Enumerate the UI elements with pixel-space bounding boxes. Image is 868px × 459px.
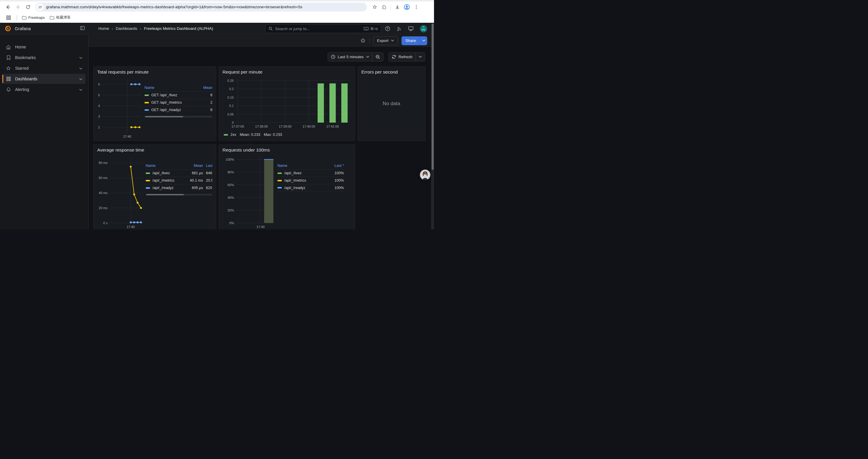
forward-button[interactable] (14, 3, 22, 11)
chevron-down-icon[interactable] (79, 66, 83, 71)
grafana-logo[interactable] (4, 25, 11, 32)
breadcrumb-home[interactable]: Home (98, 26, 109, 31)
user-avatar[interactable] (420, 25, 427, 32)
header-icons (385, 23, 427, 35)
reload-button[interactable] (24, 3, 32, 11)
svg-text:17:40: 17:40 (127, 225, 135, 229)
scrollbar-thumb[interactable] (145, 116, 183, 117)
search-input[interactable]: Search or jump to... ⌘+k (265, 24, 381, 33)
series-mean: 661 µs (185, 171, 203, 175)
share-button[interactable]: Share (402, 36, 420, 45)
sidebar-item-dashboards[interactable]: Dashboards (2, 74, 85, 84)
bookmark-star-icon[interactable] (371, 3, 378, 11)
refresh-button[interactable]: Refresh (389, 53, 415, 61)
column-header-last[interactable]: Last * (331, 164, 344, 168)
column-header-mean[interactable]: Mean (185, 164, 203, 168)
legend-row[interactable]: GET /api/_/livez 6 (145, 91, 212, 99)
legend-row[interactable]: /api/_/metrics 40.1 ms 20.5 ms (146, 177, 212, 184)
series-pill (145, 95, 149, 96)
sidebar-item-alerting[interactable]: Alerting (2, 85, 85, 95)
shortcut-text: ⌘+k (370, 27, 378, 31)
refresh-interval-dropdown[interactable] (415, 53, 425, 61)
chevron-down-icon[interactable] (79, 87, 83, 92)
scrollbar-thumb[interactable] (146, 194, 184, 195)
url-text[interactable]: grafana.mathmast.com/d/deytv4rwavabkb/fr… (46, 5, 303, 9)
time-range-label: Last 5 minutes (338, 55, 364, 59)
panel-title[interactable]: Errors per second (361, 69, 422, 75)
chevron-down-icon[interactable] (79, 76, 83, 81)
floating-assistant-avatar[interactable] (420, 169, 430, 180)
panel-total-requests[interactable]: Total requests per minute 6543217:40 Nam… (93, 66, 216, 141)
back-button[interactable] (4, 3, 12, 11)
sidebar-item-starred[interactable]: Starred (2, 63, 85, 73)
chevron-down-icon (422, 40, 426, 42)
legend-hscrollbar[interactable] (146, 194, 212, 196)
favorite-star-icon[interactable] (360, 38, 366, 43)
time-range-picker[interactable]: Last 5 minutes (328, 53, 372, 61)
legend-row[interactable]: GET /api/_/readyz 6 (145, 106, 212, 113)
profile-icon[interactable] (403, 3, 411, 11)
panel-requests-under-100ms[interactable]: Requests under 100ms 100%80%60%40%20%0%1… (219, 144, 355, 230)
breadcrumb-dashboards[interactable]: Dashboards (116, 26, 137, 31)
legend-hscrollbar[interactable] (145, 116, 212, 118)
sidebar-item-label: Home (15, 44, 26, 49)
chevron-down-icon (391, 40, 394, 42)
legend-row[interactable]: GET /api/_/metrics 2 (145, 99, 212, 106)
apps-grid-icon[interactable] (5, 14, 12, 22)
panel-title[interactable]: Requests under 100ms (222, 147, 351, 153)
kiosk-monitor-icon[interactable] (408, 26, 414, 31)
news-rss-icon[interactable] (397, 26, 402, 31)
bookmarks-divider (17, 15, 17, 21)
legend-table: Name Last * /api/_/livez 100% /api/_/met… (277, 162, 344, 230)
legend-row[interactable]: /api/_/livez 100% (277, 169, 344, 177)
series-name: /api/_/readyz (284, 186, 306, 190)
keyboard-icon (364, 27, 369, 30)
page-scrollbar[interactable] (431, 23, 434, 230)
panel-average-response-time[interactable]: Average response time 80 ms60 ms40 ms20 … (93, 144, 216, 230)
legend-row[interactable]: /api/_/readyz 100% (277, 184, 344, 191)
sidebar-item-label: Starred (15, 66, 29, 71)
bookmark-item-freeleaps[interactable]: Freeleaps (20, 14, 47, 21)
bookmark-item-blog[interactable]: 收藏博客 (47, 14, 73, 21)
sidebar-item-bookmarks[interactable]: Bookmarks (2, 53, 85, 63)
scrollbar-thumb[interactable] (432, 24, 434, 170)
requests-per-minute-chart: 00.050.10.150.20.2517:37:0017:38:0017:39… (222, 79, 350, 130)
refresh-group: Refresh (389, 52, 425, 61)
sidebar-toggle-icon[interactable] (80, 25, 85, 32)
svg-text:17:38:00: 17:38:00 (255, 125, 268, 128)
alerting-bell-icon (6, 87, 11, 92)
svg-text:80%: 80% (227, 170, 234, 174)
folder-icon (50, 15, 54, 20)
svg-text:40%: 40% (227, 196, 234, 199)
panel-errors-per-second[interactable]: Errors per second No data (358, 66, 426, 141)
share-menu-button[interactable] (420, 36, 427, 45)
svg-text:3: 3 (98, 114, 100, 118)
chevron-down-icon[interactable] (79, 55, 83, 60)
series-pill (277, 187, 282, 189)
panel-title[interactable]: Average response time (97, 147, 212, 153)
panel-title[interactable]: Request per minute (222, 69, 351, 75)
bar-legend[interactable]: 2xx Mean: 0.233 Max: 0.233 (222, 133, 351, 137)
svg-text:17:37:00: 17:37:00 (231, 125, 244, 128)
download-icon[interactable] (394, 3, 401, 11)
column-header-last[interactable]: Last * (203, 164, 212, 168)
help-icon[interactable] (385, 26, 390, 31)
site-info-icon[interactable] (37, 4, 44, 11)
column-header-mean[interactable]: Mean (199, 86, 212, 90)
export-button[interactable]: Export (373, 36, 398, 45)
url-bar[interactable]: grafana.mathmast.com/d/deytv4rwavabkb/fr… (35, 3, 367, 11)
legend-row[interactable]: /api/_/metrics 100% (277, 177, 344, 184)
legend-row[interactable]: /api/_/readyz 605 µs 620 µs (146, 184, 212, 191)
column-header-name[interactable]: Name (145, 86, 199, 90)
column-header-name[interactable]: Name (146, 164, 185, 168)
panel-title[interactable]: Total requests per minute (97, 69, 212, 75)
sidebar-item-home[interactable]: Home (2, 42, 85, 52)
browser-menu-icon[interactable] (412, 3, 420, 11)
extensions-icon[interactable] (380, 3, 388, 11)
panel-request-per-minute[interactable]: Request per minute 00.050.10.150.20.2517… (219, 66, 355, 141)
column-header-name[interactable]: Name (277, 164, 331, 168)
dashboard-actions-bar: Export Share (89, 35, 434, 47)
legend-row[interactable]: /api/_/livez 661 µs 646 µs (146, 169, 212, 177)
zoom-out-button[interactable] (372, 53, 383, 61)
bookmark-label: Freeleaps (28, 15, 45, 20)
